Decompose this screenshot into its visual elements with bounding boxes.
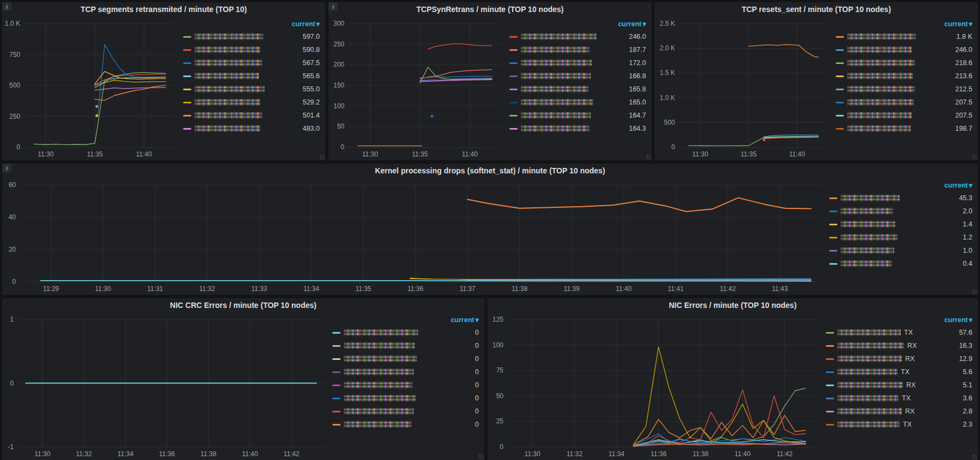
legend-item[interactable]: RX5.1 bbox=[826, 379, 972, 392]
legend-item[interactable]: 165.8 bbox=[509, 83, 646, 96]
legend-sort-current[interactable]: current▾ bbox=[183, 18, 320, 30]
series-name-redacted bbox=[521, 86, 589, 92]
legend-item[interactable]: 0 bbox=[332, 352, 479, 365]
series-color-swatch bbox=[826, 332, 834, 334]
series-name-suffix: RX bbox=[907, 342, 917, 350]
legend-item[interactable]: 207.5 bbox=[836, 109, 972, 122]
legend-item[interactable]: 0 bbox=[332, 365, 479, 379]
panel-resize-handle[interactable] bbox=[972, 155, 977, 160]
series-name-redacted bbox=[195, 86, 265, 92]
chart-tcpsynretrans[interactable]: 05010015020025030011:3011:3511:40 bbox=[328, 17, 509, 160]
legend-item[interactable]: 565.6 bbox=[183, 69, 320, 83]
legend-item[interactable]: RX12.9 bbox=[826, 352, 972, 365]
legend-item[interactable]: 246.0 bbox=[509, 30, 646, 43]
legend-item[interactable]: 0 bbox=[332, 392, 479, 405]
legend-item[interactable]: RX2.8 bbox=[826, 405, 972, 418]
legend-item[interactable]: TX57.6 bbox=[826, 326, 972, 339]
legend-item[interactable]: 590.8 bbox=[183, 43, 320, 56]
legend-item[interactable]: 166.8 bbox=[509, 69, 646, 83]
series-color-swatch bbox=[826, 345, 834, 347]
legend-item[interactable]: TX3.6 bbox=[826, 392, 972, 405]
legend-item[interactable]: 0 bbox=[332, 418, 479, 431]
series-name-redacted bbox=[521, 33, 596, 40]
series-name-redacted bbox=[837, 369, 897, 375]
legend-item[interactable]: 164.7 bbox=[509, 109, 646, 122]
svg-text:11:40: 11:40 bbox=[735, 450, 750, 458]
legend-item[interactable]: 555.0 bbox=[183, 83, 320, 96]
legend-item[interactable]: 213.6 bbox=[836, 69, 972, 83]
series-name-redacted bbox=[195, 73, 259, 79]
svg-text:50: 50 bbox=[496, 392, 504, 400]
legend-item[interactable]: RX16.3 bbox=[826, 339, 972, 352]
legend-item[interactable]: 0 bbox=[332, 405, 479, 418]
legend-kernel-processing-drops: current▾45.32.01.41.21.00.4 bbox=[829, 178, 978, 295]
legend-item[interactable]: 246.0 bbox=[836, 43, 972, 56]
chevron-down-icon: ▾ bbox=[476, 316, 479, 324]
chart-tcp-resets-sent[interactable]: 05001.0 K1.5 K2.0 K2.5 K11:3011:3511:40 bbox=[655, 17, 836, 160]
legend-item[interactable]: 45.3 bbox=[829, 191, 972, 205]
panel-title[interactable]: TCP resets_sent / minute (TOP 10 nodes) bbox=[655, 2, 978, 17]
series-name-redacted bbox=[841, 208, 893, 214]
legend-sort-current[interactable]: current▾ bbox=[829, 179, 972, 191]
panel-info-icon[interactable]: i bbox=[328, 2, 338, 11]
legend-item[interactable]: 2.0 bbox=[829, 205, 972, 218]
legend-item[interactable]: 0.4 bbox=[829, 257, 972, 270]
legend-item[interactable]: TX2.3 bbox=[826, 418, 972, 431]
legend-item[interactable]: 1.4 bbox=[829, 218, 972, 231]
legend-sort-current[interactable]: current▾ bbox=[836, 18, 972, 30]
series-color-swatch bbox=[509, 128, 518, 130]
legend-item[interactable]: 198.7 bbox=[836, 122, 972, 135]
panel-title[interactable]: Kernel processing drops (softnet_stat) /… bbox=[2, 164, 978, 178]
chart-tcp-segments-retransmitted[interactable]: 02505007501.0 K11:3011:3511:40 bbox=[2, 17, 183, 160]
legend-sort-current[interactable]: current▾ bbox=[509, 18, 646, 30]
legend-sort-current[interactable]: current▾ bbox=[332, 314, 479, 326]
series-color-swatch bbox=[829, 197, 837, 199]
panel-resize-handle[interactable] bbox=[972, 455, 977, 459]
series-current-value: 207.5 bbox=[955, 112, 972, 119]
legend-sort-current[interactable]: current▾ bbox=[826, 314, 972, 326]
legend-item[interactable]: 165.0 bbox=[509, 96, 646, 109]
series-color-swatch bbox=[826, 424, 834, 426]
legend-item[interactable]: 501.4 bbox=[183, 109, 320, 122]
legend-item[interactable]: 529.2 bbox=[183, 96, 320, 109]
legend-item[interactable]: 207.5 bbox=[836, 96, 972, 109]
legend-item[interactable]: 0 bbox=[332, 326, 479, 339]
legend-item[interactable]: 1.8 K bbox=[836, 30, 972, 43]
chart-nic-errors[interactable]: 025507510012511:3011:3211:3411:3611:3811… bbox=[488, 313, 826, 460]
legend-item[interactable]: 597.0 bbox=[183, 30, 320, 43]
legend-item[interactable]: 172.0 bbox=[509, 56, 646, 69]
legend-item[interactable]: 1.0 bbox=[829, 244, 972, 257]
legend-item[interactable]: 1.2 bbox=[829, 231, 972, 244]
legend-item[interactable]: 164.3 bbox=[509, 122, 646, 135]
chart-svg: -10111:3011:3211:3411:3611:3811:4011:42 bbox=[2, 313, 332, 460]
panel-resize-handle[interactable] bbox=[479, 455, 484, 459]
legend-item[interactable]: 0 bbox=[332, 339, 479, 352]
legend-item[interactable]: TX5.6 bbox=[826, 365, 972, 379]
svg-text:11:34: 11:34 bbox=[118, 450, 133, 458]
chart-nic-crc-errors[interactable]: -10111:3011:3211:3411:3611:3811:4011:42 bbox=[2, 313, 332, 460]
svg-text:0: 0 bbox=[10, 380, 14, 387]
legend-item[interactable]: 212.5 bbox=[836, 83, 972, 96]
svg-text:11:34: 11:34 bbox=[303, 285, 319, 293]
panel-info-icon[interactable]: i bbox=[2, 164, 11, 172]
panel-title[interactable]: NIC CRC Errors / minute (TOP 10 nodes) bbox=[2, 298, 484, 313]
series-name-redacted bbox=[521, 125, 590, 132]
panel-title[interactable]: NIC Errors / minute (TOP 10 nodes) bbox=[488, 298, 978, 313]
svg-text:11:40: 11:40 bbox=[462, 150, 478, 158]
panel-title[interactable]: TCP segments retransmited / minute (TOP … bbox=[2, 2, 325, 17]
panel-title[interactable]: TCPSynRetrans / minute (TOP 10 nodes) bbox=[328, 2, 652, 17]
panel-resize-handle[interactable] bbox=[646, 155, 651, 160]
legend-item[interactable]: 567.5 bbox=[183, 56, 320, 69]
panel-resize-handle[interactable] bbox=[320, 155, 325, 160]
legend-item[interactable]: 483.0 bbox=[183, 122, 320, 135]
panel-resize-handle[interactable] bbox=[972, 289, 977, 294]
legend-item[interactable]: 0 bbox=[332, 379, 479, 392]
chart-kernel-processing-drops[interactable]: 020406011:2911:3011:3111:3211:3311:3411:… bbox=[2, 178, 829, 295]
panel-info-icon[interactable]: i bbox=[2, 2, 11, 11]
series-current-value: 2.0 bbox=[963, 207, 972, 215]
legend-item[interactable]: 218.6 bbox=[836, 56, 972, 69]
series-name-redacted bbox=[344, 369, 414, 375]
series-color-swatch bbox=[829, 237, 837, 238]
series-color-swatch bbox=[332, 371, 341, 373]
legend-item[interactable]: 187.7 bbox=[509, 43, 646, 56]
